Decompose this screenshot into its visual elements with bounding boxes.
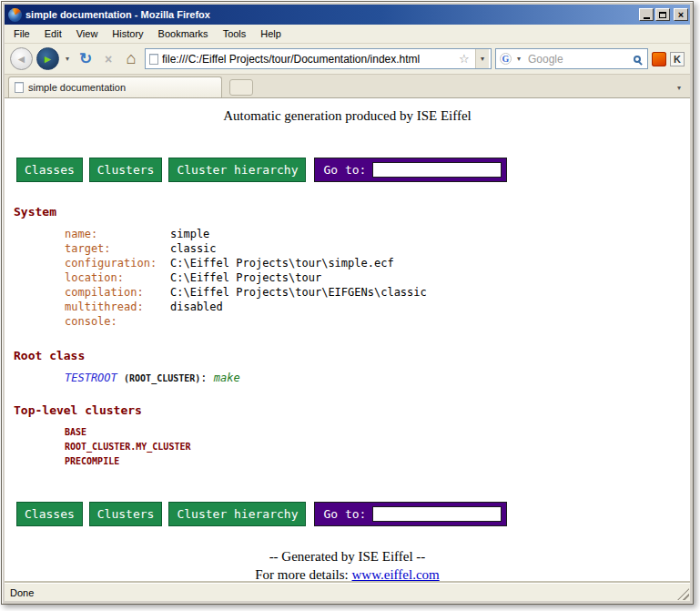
root-class-link[interactable]: TESTROOT — [65, 372, 117, 384]
menu-tools[interactable]: Tools — [216, 26, 254, 41]
resize-grip[interactable] — [677, 588, 689, 600]
cluster-hierarchy-button[interactable]: Cluster hierarchy — [168, 158, 306, 182]
status-text: Done — [10, 587, 34, 598]
cluster-link-base[interactable]: BASE — [5, 425, 690, 440]
system-row-target: target:classic — [5, 241, 690, 256]
extension-icon-2[interactable]: K — [670, 52, 685, 66]
page-icon — [149, 54, 158, 65]
row-value: C:\Eiffel Projects\tour\simple.ecf — [170, 257, 394, 270]
chevron-down-icon: ▾ — [517, 55, 521, 63]
row-label: console: — [65, 314, 170, 329]
reload-button[interactable]: ↻ — [76, 49, 96, 68]
forward-button[interactable]: ► — [36, 47, 59, 70]
row-label: location: — [65, 270, 170, 285]
cluster-hierarchy-button[interactable]: Cluster hierarchy — [168, 502, 306, 526]
eiffel-com-link[interactable]: www.eiffel.com — [352, 567, 440, 582]
url-input[interactable] — [162, 53, 455, 66]
reload-icon: ↻ — [79, 49, 92, 68]
search-input[interactable] — [526, 52, 631, 66]
cluster-link-precompile[interactable]: PRECOMPILE — [5, 454, 690, 469]
system-row-location: location:C:\Eiffel Projects\tour — [5, 270, 690, 285]
status-bar: Done — [5, 583, 690, 601]
home-icon: ⌂ — [127, 49, 137, 68]
goto-label: Go to: — [323, 507, 366, 521]
menu-edit[interactable]: Edit — [37, 26, 69, 41]
tab-label: simple documentation — [28, 82, 126, 93]
clusters-button[interactable]: Clusters — [89, 502, 163, 526]
classes-button[interactable]: Classes — [16, 502, 83, 526]
row-label: target: — [65, 241, 170, 256]
new-tab-button[interactable] — [229, 79, 253, 96]
goto-label: Go to: — [323, 163, 366, 177]
separator: : — [200, 372, 207, 384]
page-title: Automatic generation produced by ISE Eif… — [5, 108, 690, 124]
system-row-configuration: configuration:C:\Eiffel Projects\tour\si… — [5, 256, 690, 270]
goto-input-top[interactable] — [372, 162, 502, 178]
doc-nav-top: Classes Clusters Cluster hierarchy Go to… — [16, 158, 690, 182]
extension-icon-1[interactable] — [652, 52, 666, 66]
menubar: File Edit View History Bookmarks Tools H… — [5, 25, 690, 44]
minimize-icon — [644, 17, 650, 19]
chevron-down-icon: ▾ — [66, 55, 69, 63]
firefox-window: simple documentation - Mozilla Firefox ×… — [1, 1, 694, 605]
tab-bar: simple documentation ▾ — [5, 75, 690, 98]
clusters-button[interactable]: Clusters — [89, 158, 163, 182]
row-label: compilation: — [65, 285, 170, 300]
maximize-icon — [659, 12, 666, 18]
titlebar[interactable]: simple documentation - Mozilla Firefox × — [5, 5, 690, 25]
menu-file[interactable]: File — [6, 26, 37, 41]
bookmark-star-icon[interactable]: ☆ — [459, 52, 472, 66]
row-value: disabled — [170, 300, 223, 313]
google-icon: G — [500, 53, 512, 65]
navigation-toolbar: ◄ ► ▾ ↻ × ⌂ ☆ ▾ G ▾ K — [5, 44, 690, 75]
chevron-down-icon: ▾ — [481, 55, 484, 63]
close-button[interactable]: × — [674, 8, 688, 21]
row-label: configuration: — [65, 256, 170, 270]
menu-view[interactable]: View — [69, 26, 106, 41]
window-title: simple documentation - Mozilla Firefox — [25, 9, 635, 20]
system-row-compilation: compilation:C:\Eiffel Projects\tour\EIFG… — [5, 285, 690, 300]
url-bar[interactable]: ☆ ▾ — [145, 48, 492, 69]
home-button[interactable]: ⌂ — [121, 49, 141, 68]
goto-input-bottom[interactable] — [372, 506, 502, 522]
top-level-clusters-heading: Top-level clusters — [14, 403, 690, 417]
search-box[interactable]: G ▾ — [495, 48, 648, 69]
menu-bookmarks[interactable]: Bookmarks — [151, 26, 216, 41]
generated-by-text: -- Generated by ISE Eiffel -- — [5, 549, 690, 565]
url-dropdown-button[interactable]: ▾ — [475, 49, 489, 68]
stop-button[interactable]: × — [99, 52, 117, 66]
cluster-link-root-cluster-my-cluster[interactable]: ROOT_CLUSTER.MY_CLUSTER — [5, 440, 690, 454]
forward-icon: ► — [43, 53, 54, 66]
history-dropdown-button[interactable]: ▾ — [63, 55, 72, 63]
menu-help[interactable]: Help — [253, 26, 289, 41]
system-heading: System — [14, 205, 690, 219]
row-label: name: — [65, 227, 170, 241]
close-icon: × — [678, 9, 684, 20]
creation-feature-link[interactable]: make — [214, 372, 240, 384]
tab-favicon — [15, 82, 24, 93]
details-prefix: For more details: — [255, 567, 351, 582]
minimize-button[interactable] — [639, 8, 654, 21]
row-label: multithread: — [65, 300, 170, 314]
back-button[interactable]: ◄ — [10, 47, 33, 70]
row-value: simple — [170, 228, 209, 240]
stop-icon: × — [105, 52, 112, 66]
details-line: For more details: www.eiffel.com — [5, 567, 690, 583]
doc-nav-bottom: Classes Clusters Cluster hierarchy Go to… — [16, 502, 690, 526]
menu-history[interactable]: History — [105, 26, 150, 41]
search-icon[interactable] — [634, 56, 641, 63]
classes-button[interactable]: Classes — [16, 158, 83, 182]
root-cluster-ref[interactable]: (ROOT_CLUSTER) — [124, 373, 200, 383]
root-class-heading: Root class — [14, 349, 690, 362]
goto-bar-top: Go to: — [314, 158, 507, 182]
maximize-button[interactable] — [655, 8, 670, 21]
root-class-line: TESTROOT (ROOT_CLUSTER): make — [5, 371, 690, 386]
system-row-console: console: — [5, 314, 690, 329]
row-value: C:\Eiffel Projects\tour — [170, 271, 321, 284]
row-value: classic — [170, 242, 217, 255]
system-row-name: name:simple — [5, 227, 690, 241]
goto-bar-bottom: Go to: — [314, 502, 507, 526]
search-engine-dropdown[interactable]: ▾ — [514, 55, 523, 63]
tab-list-dropdown[interactable]: ▾ — [672, 79, 686, 96]
tab-simple-documentation[interactable]: simple documentation — [8, 76, 222, 97]
